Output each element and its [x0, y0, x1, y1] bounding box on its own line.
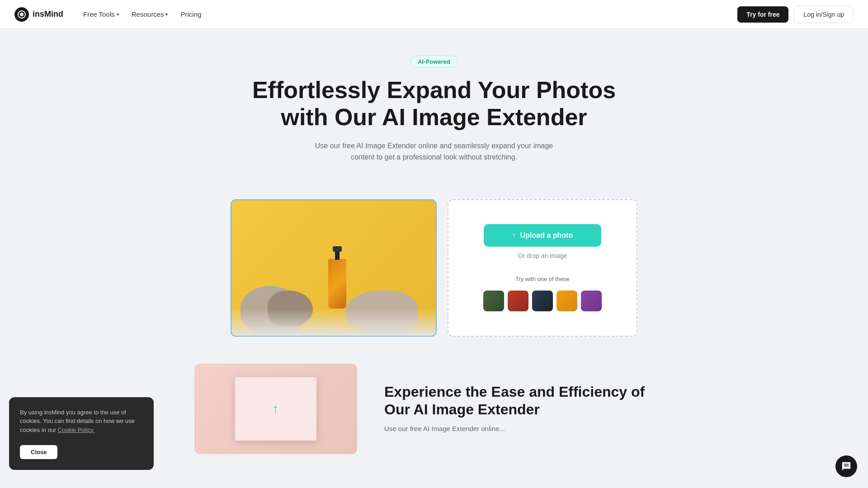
- hero-subtitle: Use our free AI Image Extender online an…: [303, 140, 565, 163]
- tool-section: ↑ Upload a photo Or drop an image Try wi…: [222, 199, 646, 337]
- nav-pricing[interactable]: Pricing: [175, 7, 207, 22]
- cookie-policy-link[interactable]: Cookie Policy.: [58, 427, 94, 433]
- nav-free-tools[interactable]: Free Tools ▾: [78, 7, 124, 22]
- logo-text: insMind: [33, 9, 63, 19]
- sample-image-display: [231, 200, 436, 336]
- logo-icon: [14, 7, 29, 22]
- chat-bubble-button[interactable]: [835, 455, 857, 477]
- upload-icon: ↑: [512, 231, 516, 239]
- try-label: Try with one of these: [515, 276, 570, 282]
- expand-arrow-icon: ↑: [273, 402, 279, 416]
- nav-links: Free Tools ▾ Resources ▾ Pricing: [78, 7, 207, 22]
- lower-section-image: ↑: [194, 364, 357, 454]
- serum-scene: [231, 200, 436, 336]
- chevron-down-icon: ▾: [117, 12, 119, 17]
- sample-image-1[interactable]: [483, 291, 504, 311]
- logo[interactable]: insMind: [14, 7, 63, 22]
- lower-text-block: Experience the Ease and Efficiency of Ou…: [384, 383, 674, 434]
- drop-text: Or drop an image: [518, 252, 567, 259]
- sample-image-4[interactable]: [557, 291, 577, 311]
- upload-photo-button[interactable]: ↑ Upload a photo: [484, 224, 601, 247]
- ai-powered-badge: AI-Powered: [410, 56, 458, 68]
- cookie-banner: By using insMind you agree to the use of…: [9, 397, 154, 470]
- lower-section-title: Experience the Ease and Efficiency of Ou…: [384, 383, 674, 418]
- sample-image-5[interactable]: [581, 291, 602, 311]
- sample-image-3[interactable]: [532, 291, 553, 311]
- sample-images-row: [483, 291, 602, 311]
- upload-panel: ↑ Upload a photo Or drop an image Try wi…: [448, 199, 637, 337]
- hero-section: AI-Powered Effortlessly Expand Your Phot…: [231, 28, 637, 181]
- navbar: insMind Free Tools ▾ Resources ▾ Pricing…: [0, 0, 868, 28]
- try-for-free-button[interactable]: Try for free: [737, 6, 788, 23]
- serum-bottle: [328, 259, 346, 309]
- lower-section: ↑ Experience the Ease and Efficiency of …: [185, 364, 683, 481]
- snow-overlay: [231, 309, 436, 336]
- nav-resources[interactable]: Resources ▾: [126, 7, 174, 22]
- sample-image-2[interactable]: [508, 291, 528, 311]
- image-preview-panel: [231, 199, 437, 337]
- lower-image-inner: ↑: [235, 377, 316, 441]
- chat-icon: [841, 461, 851, 471]
- lower-section-desc: Use our free AI Image Extender online...: [384, 423, 674, 434]
- cookie-text: By using insMind you agree to the use of…: [20, 408, 143, 435]
- cookie-close-button[interactable]: Close: [20, 445, 57, 459]
- hero-title: Effortlessly Expand Your Photos with Our…: [240, 77, 628, 131]
- chevron-down-icon: ▾: [165, 12, 168, 17]
- login-signup-button[interactable]: Log in/Sign up: [794, 6, 854, 23]
- svg-point-1: [20, 13, 24, 16]
- nav-actions: Try for free Log in/Sign up: [737, 6, 854, 23]
